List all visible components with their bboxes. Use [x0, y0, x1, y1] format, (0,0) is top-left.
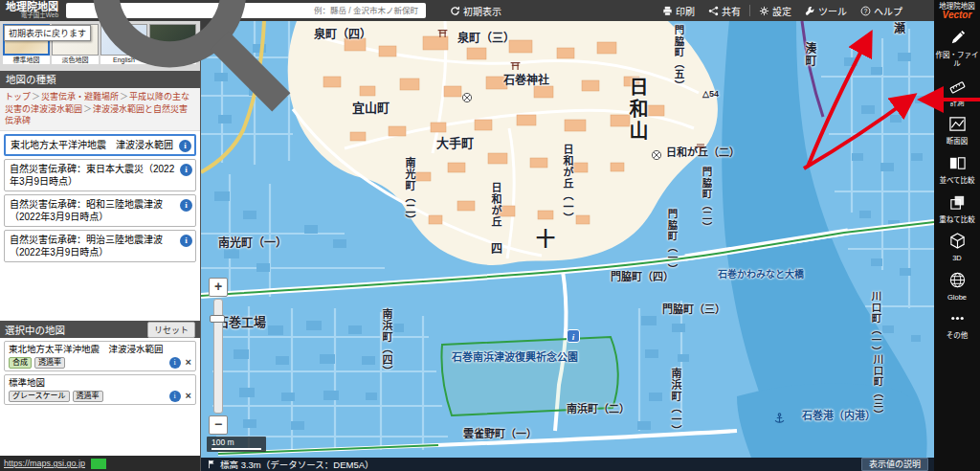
layer-info-button[interactable]: i [180, 164, 192, 176]
print-button[interactable]: 印刷 [662, 4, 695, 18]
tool-label: その他 [947, 332, 969, 341]
tool-cross-section[interactable]: 断面図 [935, 115, 979, 146]
settings-label: 設定 [772, 4, 791, 18]
selected-layer-info-button[interactable]: i [169, 391, 181, 402]
scale-bar-line [212, 448, 261, 450]
tool-label: Globe [947, 294, 967, 303]
layer-option-button[interactable]: 透過率 [73, 391, 103, 402]
settings-button[interactable]: 設定 [759, 4, 791, 18]
layer-item[interactable]: 自然災害伝承碑：昭和三陸地震津波（2022年3月9日時点）i [4, 194, 196, 227]
layer-label: 自然災害伝承碑：東日本大震災（2022年3月9日時点） [10, 164, 174, 187]
layer-option-button[interactable]: 合成 [9, 357, 32, 369]
layer-info-button[interactable]: i [180, 235, 192, 247]
more-icon [948, 309, 967, 331]
selected-layer-item: 標準地図グレースケール透過率i× [4, 374, 196, 405]
vector-link-accent: Vector [939, 11, 975, 21]
tool-globe[interactable]: Globe [935, 271, 979, 303]
tool-side-by-side[interactable]: 並べて比較 [935, 154, 979, 186]
status-link[interactable]: https://maps.gsi.go.jp [4, 459, 85, 468]
selected-maps-title: 選択中の地図 [5, 323, 65, 337]
layer-option-button[interactable]: 透過率 [34, 357, 65, 369]
tool-label: 3D [952, 255, 962, 263]
app-logo[interactable]: 地理院地図 電子国土Web [0, 2, 66, 19]
map-status-bar: 標高 3.3m（データソース：DEM5A） 表示値の説明 [201, 458, 934, 471]
tool-label: 断面図 [947, 138, 969, 146]
layer-option-button[interactable]: グレースケール [9, 391, 70, 402]
tool-label: 作図・ファイル [935, 52, 979, 68]
layer-label: 東北地方太平洋沖地震 津波浸水範囲 [11, 140, 173, 150]
reset-icon [450, 6, 460, 16]
harbor-water [737, 383, 926, 458]
layer-item[interactable]: 東北地方太平洋沖地震 津波浸水範囲i [4, 134, 196, 156]
reset-layers-button[interactable]: リセット [147, 322, 195, 338]
selected-layer-info-button[interactable]: i [169, 357, 181, 369]
tools-label: ツール [818, 4, 847, 18]
layer-list: 東北地方太平洋沖地震 津波浸水範囲i自然災害伝承碑：東日本大震災（2022年3月… [0, 134, 200, 262]
header-divider [749, 5, 750, 16]
selected-maps-header: 選択中の地図 リセット [0, 321, 200, 338]
tool-label: 重ねて比較 [939, 216, 975, 225]
tool-ruler[interactable]: 計測 [935, 77, 979, 108]
zoom-slider-track[interactable] [213, 299, 223, 414]
ruler-icon [948, 77, 967, 99]
zoom-out-button[interactable]: − [209, 415, 228, 435]
tool-overlay-compare[interactable]: 重ねて比較 [935, 193, 979, 225]
breadcrumb-link[interactable]: トップ [5, 92, 31, 101]
layer-info-button[interactable]: i [180, 199, 192, 212]
remove-layer-button[interactable]: × [186, 391, 191, 401]
displayed-values-button[interactable]: 表示値の説明 [861, 458, 928, 471]
layer-item[interactable]: 自然災害伝承碑：明治三陸地震津波（2022年3月9日時点）i [4, 230, 196, 262]
tool-label: 計測 [950, 100, 965, 108]
app-header: 地理院地図 電子国土Web 初期表示 印刷 共有 設定 ツール ? ヘルプ [0, 0, 934, 21]
overlay-compare-icon [948, 193, 967, 215]
selected-layer-item: 東北地方太平洋沖地震 津波浸水範囲合成透過率i× [4, 341, 196, 371]
reset-view-label: 初期表示 [463, 4, 501, 18]
share-button[interactable]: 共有 [708, 4, 741, 18]
zoom-control: + − [209, 278, 228, 435]
share-icon [708, 6, 719, 16]
help-button[interactable]: ? ヘルプ [860, 4, 902, 18]
map-canvas[interactable]: 泉町（四）泉町（三）石巻神社日和山宜山町大手町南光町（二）日和が丘（一）日和が丘… [201, 21, 934, 471]
right-toolbar: 地理院地図 Vector 作図・ファイル計測断面図並べて比較重ねて比較3DGlo… [934, 0, 980, 471]
zoom-slider-handle[interactable] [210, 315, 225, 323]
sidebar-status-bar: https://maps.gsi.go.jp [0, 456, 200, 471]
share-label: 共有 [722, 4, 741, 18]
green-chip [91, 459, 106, 469]
tool-more[interactable]: その他 [935, 309, 979, 341]
print-icon [662, 6, 673, 16]
remove-layer-button[interactable]: × [186, 357, 191, 368]
selected-maps-section: 選択中の地図 リセット 東北地方太平洋沖地震 津波浸水範囲合成透過率i×標準地図… [0, 321, 200, 408]
toolbar-items: 作図・ファイル計測断面図並べて比較重ねて比較3DGlobeその他 [935, 25, 979, 345]
map-base-svg [201, 21, 934, 458]
tool-label: 並べて比較 [939, 177, 974, 186]
tools-button[interactable]: ツール [805, 4, 847, 18]
svg-text:?: ? [864, 7, 868, 13]
breadcrumb-separator: ＞ [32, 92, 40, 101]
gear-icon [759, 6, 769, 16]
gsi-vector-link[interactable]: 地理院地図 Vector [939, 0, 975, 25]
cube-icon [948, 232, 967, 254]
search-icon [70, 0, 309, 130]
tools-icon [805, 6, 815, 16]
flag-icon [207, 460, 216, 469]
cross-section-icon [948, 115, 967, 137]
scale-label: 100 m [212, 437, 234, 447]
search-box[interactable] [66, 3, 426, 18]
layer-label: 自然災害伝承碑：明治三陸地震津波（2022年3月9日時点） [10, 235, 163, 258]
side-by-side-icon [948, 154, 967, 176]
layer-label: 自然災害伝承碑：昭和三陸地震津波（2022年3月9日時点） [10, 199, 163, 222]
scale-bar: 100 m [207, 437, 266, 452]
basemap-tile-label: 標準地図 [3, 56, 50, 64]
globe-icon [948, 271, 967, 293]
elevation-readout: 標高 3.3m（データソース：DEM5A） [220, 458, 374, 471]
search-input[interactable] [312, 5, 422, 16]
tool-cube[interactable]: 3D [935, 232, 979, 263]
layer-item[interactable]: 自然災害伝承碑：東日本大震災（2022年3月9日時点）i [4, 159, 196, 191]
layer-info-button[interactable]: i [179, 140, 191, 152]
reset-view-button[interactable]: 初期表示 [450, 4, 501, 18]
selected-layer-label: 標準地図 [9, 377, 191, 389]
tool-pencil[interactable]: 作図・ファイル [935, 29, 979, 68]
zoom-in-button[interactable]: + [209, 278, 228, 297]
selected-layer-list: 東北地方太平洋沖地震 津波浸水範囲合成透過率i×標準地図グレースケール透過率i× [0, 341, 200, 405]
selected-layer-label: 東北地方太平洋沖地震 津波浸水範囲 [9, 344, 191, 355]
